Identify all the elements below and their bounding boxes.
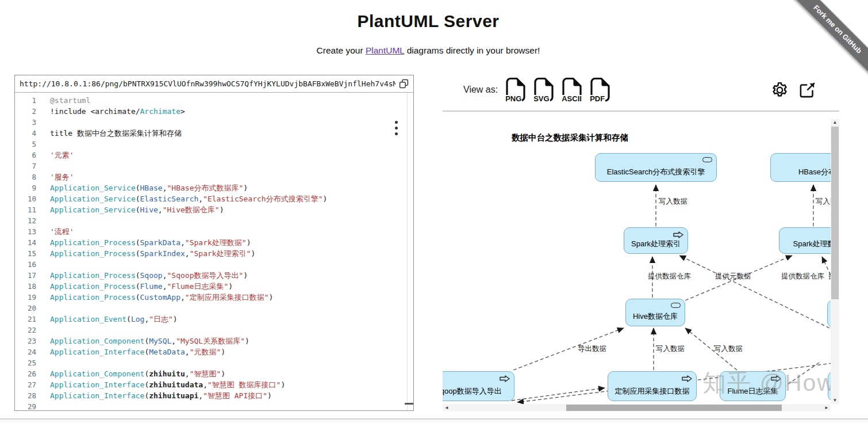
code-line: 18Application_Process(Flume,"Flume日志采集") [15,281,413,292]
edge-label: 导出数据 [578,344,606,354]
code-line: 25 [15,357,413,368]
settings-gear-icon[interactable] [770,81,789,100]
edge-label: 提供数据仓库 [648,272,691,281]
format-label: PDF [590,95,605,102]
edge-label: 写入数据 [656,344,685,354]
code-line: 28Application_Interface(zhihuituapi,"智慧图… [15,390,413,401]
line-number: 14 [15,237,36,248]
line-number: 23 [15,336,36,346]
code-line: 27Application_Interface(zhihuitudata,"智慧… [15,379,413,390]
line-number: 15 [15,248,36,259]
code-line: 4title 数据中台之数据采集计算和存储 [15,128,413,139]
diagram-node-custom-app: 定制应用采集接口数据 [608,371,697,401]
line-number: 10 [15,193,36,204]
line-number: 3 [15,117,36,128]
line-number: 8 [15,172,36,182]
diagram-url-input[interactable]: http://10.8.0.1:86/png/bPNTRX915CVlUOfnR… [20,79,395,88]
code-line: 29 [15,401,413,410]
line-number: 9 [15,182,36,193]
diagram-node-hbase: HBase分布式数据库 [770,153,839,182]
line-number: 16 [15,259,36,270]
code-line: 8'服务' [15,172,413,182]
format-label: SVG [533,95,550,102]
code-line: 21Application_Event(Log,"日志") [15,314,413,325]
code-line: 17Application_Process(Sqoop,"Sqoop数据导入导出… [15,270,413,281]
line-number: 12 [15,215,36,226]
line-number: 19 [15,292,36,303]
code-line: 23Application_Component(MySQL,"MySQL关系数据… [15,336,413,346]
line-number: 13 [15,226,36,237]
code-line: 19Application_Process(CustomApp,"定制应用采集接… [15,292,413,303]
line-number: 20 [15,303,36,314]
github-ribbon-wrap: Fork me on GitHub [785,0,868,83]
kebab-menu-icon[interactable] [394,118,398,138]
line-number: 25 [15,357,36,368]
line-number: 1 [15,95,36,106]
format-buttons: PNGSVGASCIIPDF [498,77,610,102]
code-line: 13'流程' [15,226,413,237]
code-line: 24Application_Interface(MetaData,"元数据") [15,346,413,357]
plantuml-link[interactable]: PlantUML [366,45,404,55]
vertical-scrollbar[interactable]: ▲ ▼ [831,119,839,404]
open-external-icon[interactable] [798,81,816,99]
diagram-preview: 数据中台之数据采集计算和存储 ElasticSearch分布式搜索引擎HBase… [443,116,839,411]
subtitle-prefix: Create your [317,45,366,55]
node-label: Hive数据仓库 [633,311,678,322]
code-line: 10Application_Service(ElasticSearch,"Ela… [15,193,413,204]
view-toolbar: View as: PNGSVGASCIIPDF [443,73,839,107]
copy-url-icon[interactable] [399,79,409,89]
code-line: 26Application_Component(zhihuitu,"智慧图") [15,368,413,379]
page-title: PlantUML Server [0,12,857,31]
node-label: ElasticSearch分布式搜索引擎 [607,167,705,177]
line-number: 28 [15,390,36,401]
application-service-icon [702,157,712,162]
horizontal-scroll-thumb[interactable] [566,405,782,411]
page-bottom-divider [0,418,868,423]
scroll-up-arrow[interactable]: ▲ [831,119,839,126]
scroll-right-arrow[interactable]: ► [823,404,831,411]
code-line: 2!include <archimate/Archimate> [15,106,413,117]
scroll-down-arrow[interactable]: ▼ [831,397,839,404]
view-as-label: View as: [463,85,498,95]
fork-me-on-github-ribbon[interactable]: Fork me on GitHub [785,0,868,82]
edge-label: 写入数据 [714,344,743,354]
subtitle-suffix: diagrams directly in your browser! [404,45,540,55]
node-label: Spark处理索引 [631,239,681,249]
code-line: 16 [15,259,413,270]
line-number: 26 [15,368,36,379]
edge-label: 提供数据仓库 [781,272,824,281]
diagram-title: 数据中台之数据采集计算和存储 [512,132,628,143]
code-editor[interactable]: 1@startuml2!include <archimate/Archimate… [15,93,413,410]
code-lines: 1@startuml2!include <archimate/Archimate… [15,95,413,410]
format-label: ASCII [562,95,582,102]
application-process-icon [673,231,683,240]
code-line: 15Application_Process(SparkIndex,"Spark处… [15,248,413,259]
editor-hscroll-thumb[interactable] [405,403,413,405]
horizontal-scrollbar[interactable]: ◄ ► [443,404,831,411]
diagram-node-spark-index: Spark处理索引 [624,227,688,254]
line-number: 5 [15,139,36,150]
code-line: 14Application_Process(SparkData,"Spark处理… [15,237,413,248]
format-pdf-button[interactable]: PDF [590,77,610,102]
edge-label: 写入数据 [659,197,688,207]
application-service-icon [671,303,681,308]
code-line: 1@startuml [15,95,413,106]
format-svg-button[interactable]: SVG [533,77,554,102]
line-number: 29 [15,401,36,410]
vertical-scroll-thumb[interactable] [831,127,839,299]
application-process-icon [682,375,692,384]
line-number: 11 [15,204,36,215]
node-label: Sqoop数据导入导出 [443,386,502,397]
edge-label: 提供元数据 [715,272,751,281]
format-ascii-button[interactable]: ASCII [562,77,582,102]
line-number: 21 [15,314,36,325]
editor-vscrollbar-track[interactable] [407,93,408,410]
scroll-left-arrow[interactable]: ◄ [443,404,451,411]
line-number: 6 [15,150,36,161]
code-line: 9Application_Service(HBase,"HBase分布式数据库"… [15,182,413,193]
diagram-node-elasticsearch: ElasticSearch分布式搜索引擎 [595,153,717,182]
code-line: 6'元素' [15,150,413,161]
code-line: 3 [15,117,413,128]
line-number: 4 [15,128,36,139]
format-png-button[interactable]: PNG [505,77,526,102]
